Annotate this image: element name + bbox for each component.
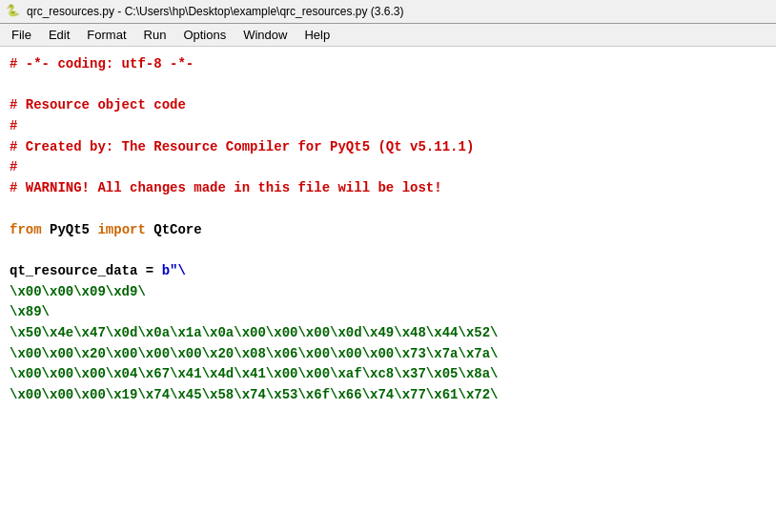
code-line-2 (10, 75, 766, 96)
code-line-11: qt_resource_data = b"\ (10, 261, 766, 282)
menu-options[interactable]: Options (175, 26, 234, 44)
app-icon: 🐍 (6, 4, 21, 19)
title-bar: 🐍 qrc_resources.py - C:\Users\hp\Desktop… (0, 0, 776, 24)
code-line-7: # WARNING! All changes made in this file… (10, 178, 766, 199)
code-line-3: # Resource object code (10, 95, 766, 116)
menu-help[interactable]: Help (296, 26, 337, 44)
code-line-5: # Created by: The Resource Compiler for … (10, 137, 766, 158)
code-editor[interactable]: # -*- coding: utf-8 -*- # Resource objec… (0, 47, 776, 532)
menu-bar: File Edit Format Run Options Window Help (0, 24, 776, 47)
code-line-14: \x50\x4e\x47\x0d\x0a\x1a\x0a\x00\x00\x00… (10, 323, 766, 344)
menu-format[interactable]: Format (79, 26, 133, 44)
menu-window[interactable]: Window (235, 26, 295, 44)
code-line-15: \x00\x00\x20\x00\x00\x00\x20\x08\x06\x00… (10, 344, 766, 365)
code-line-13: \x89\ (10, 302, 766, 323)
code-line-12: \x00\x00\x09\xd9\ (10, 282, 766, 303)
title-text: qrc_resources.py - C:\Users\hp\Desktop\e… (27, 5, 404, 18)
code-line-16: \x00\x00\x00\x04\x67\x41\x4d\x41\x00\x00… (10, 364, 766, 385)
menu-run[interactable]: Run (136, 26, 174, 44)
menu-edit[interactable]: Edit (41, 26, 77, 44)
code-line-6: # (10, 157, 766, 178)
code-line-1: # -*- coding: utf-8 -*- (10, 54, 766, 75)
code-line-9: from PyQt5 import QtCore (10, 220, 766, 241)
code-line-4: # (10, 116, 766, 137)
code-line-10 (10, 240, 766, 261)
code-line-17: \x00\x00\x00\x19\x74\x45\x58\x74\x53\x6f… (10, 385, 766, 406)
menu-file[interactable]: File (4, 26, 39, 44)
code-line-8 (10, 199, 766, 220)
